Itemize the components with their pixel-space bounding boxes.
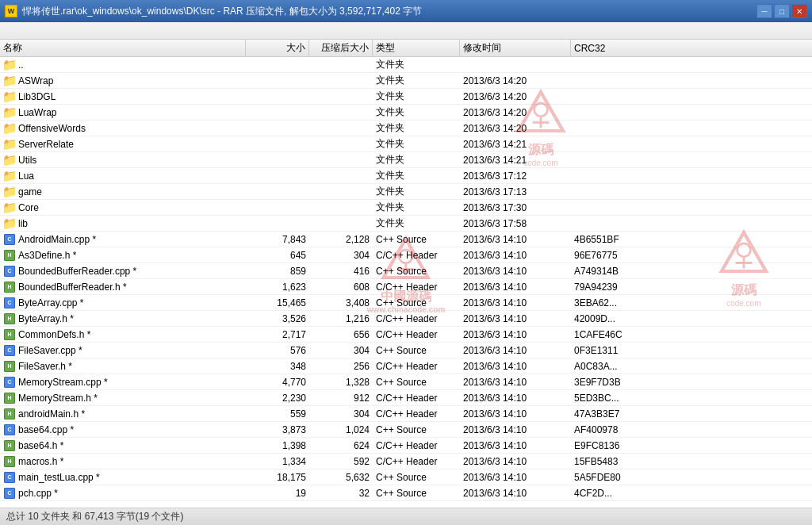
close-button[interactable]: ✕: [791, 4, 807, 18]
col-size-header[interactable]: 大小: [246, 40, 309, 56]
file-size: 2,230: [282, 393, 306, 404]
app-icon: W: [5, 5, 17, 17]
table-row[interactable]: 📁 Lua 文件夹 2013/6/3 17:12: [0, 168, 812, 184]
file-crc-cell: 5ED3BC...: [571, 390, 812, 405]
file-size-cell: 18,175: [246, 469, 309, 485]
table-row[interactable]: H androidMain.h * 559 304 C/C++ Header 2…: [0, 406, 812, 422]
file-crc: 0F3E1311: [574, 345, 618, 356]
file-name-cell: C BoundedBufferReader.cpp *: [0, 263, 246, 278]
table-row[interactable]: C BoundedBufferReader.cpp * 859 416 C++ …: [0, 263, 812, 279]
col-name-header[interactable]: 名称: [0, 40, 246, 56]
file-name: ByteArray.h *: [18, 313, 74, 324]
table-row[interactable]: 📁 ASWrap 文件夹 2013/6/3 14:20: [0, 73, 812, 89]
file-crc-cell: 3E9F7D3B: [571, 374, 812, 389]
main-content: 中國源碼 www.chinacode.com 源碼 code.com 源碼 co…: [0, 40, 812, 508]
file-name-cell: 📁 Core: [0, 200, 246, 215]
file-size: 19: [296, 488, 306, 499]
file-name-cell: C pch.cpp *: [0, 485, 246, 500]
file-name: pch.cpp *: [18, 488, 58, 499]
file-name: LuaWrap: [18, 107, 56, 118]
h-file-icon: H: [3, 360, 16, 373]
table-row[interactable]: 📁 ServerRelate 文件夹 2013/6/3 14:21: [0, 136, 812, 152]
folder-icon: 📁: [3, 122, 16, 135]
table-row[interactable]: H BoundedBufferReader.h * 1,623 608 C/C+…: [0, 279, 812, 295]
file-type-cell: C/C++ Header: [373, 327, 460, 342]
col-modified-header[interactable]: 修改时间: [460, 40, 571, 56]
table-row[interactable]: H FileSaver.h * 348 256 C/C++ Header 201…: [0, 358, 812, 374]
file-crc-cell: [571, 216, 812, 231]
folder-icon: 📁: [3, 106, 16, 119]
cpp-file-icon: C: [3, 297, 16, 309]
table-row[interactable]: C pch.cpp * 19 32 C++ Source 2013/6/3 14…: [0, 485, 812, 501]
file-size-cell: 1,623: [246, 279, 309, 294]
file-size: 576: [290, 345, 306, 356]
table-row[interactable]: H MemoryStream.h * 2,230 912 C/C++ Heade…: [0, 390, 812, 406]
file-type-cell: 文件夹: [373, 105, 460, 120]
table-row[interactable]: C AndroidMain.cpp * 7,843 2,128 C++ Sour…: [0, 232, 812, 247]
file-name-cell: 📁 ServerRelate: [0, 136, 246, 151]
file-type-cell: 文件夹: [373, 136, 460, 151]
table-row[interactable]: 📁 OffensiveWords 文件夹 2013/6/3 14:20: [0, 121, 812, 136]
file-name-cell: 📁 Lib3DGL: [0, 89, 246, 104]
file-type: 文件夹: [376, 74, 404, 87]
file-modified: 2013/6/3 17:12: [463, 171, 527, 182]
file-type: C/C++ Header: [376, 408, 437, 420]
col-crc-header[interactable]: CRC32: [571, 40, 812, 56]
minimize-button[interactable]: ─: [756, 4, 772, 18]
table-row[interactable]: H macros.h * 1,334 592 C/C++ Header 2013…: [0, 454, 812, 469]
file-crc: 15FB5483: [574, 456, 618, 467]
table-row[interactable]: H CommonDefs.h * 2,717 656 C/C++ Header …: [0, 327, 812, 343]
file-name-cell: C ByteArray.cpp *: [0, 295, 246, 310]
file-modified: 2013/6/3 14:20: [463, 107, 527, 118]
file-size: 3,526: [282, 313, 306, 324]
file-size-cell: [246, 168, 309, 183]
table-row[interactable]: H As3Define.h * 645 304 C/C++ Header 201…: [0, 247, 812, 263]
file-type-cell: 文件夹: [373, 57, 460, 72]
file-crc: 47A3B3E7: [574, 408, 619, 420]
file-type-cell: C++ Source: [373, 295, 460, 310]
table-row[interactable]: C ByteArray.cpp * 15,465 3,408 C++ Sourc…: [0, 295, 812, 311]
table-row[interactable]: 📁 LuaWrap 文件夹 2013/6/3 14:20: [0, 105, 812, 121]
table-row[interactable]: C MemoryStream.cpp * 4,770 1,328 C++ Sou…: [0, 374, 812, 390]
file-type-cell: C++ Source: [373, 232, 460, 247]
file-compressed-cell: 1,024: [309, 422, 373, 437]
file-modified-cell: 2013/6/3 17:30: [460, 200, 571, 215]
file-size: 1,623: [282, 282, 306, 293]
table-row[interactable]: C main_testLua.cpp * 18,175 5,632 C++ So…: [0, 469, 812, 485]
folder-icon: 📁: [3, 59, 16, 71]
file-type: C/C++ Header: [376, 329, 437, 340]
table-row[interactable]: C base64.cpp * 3,873 1,024 C++ Source 20…: [0, 422, 812, 438]
file-compressed: 304: [354, 408, 370, 420]
file-crc-cell: 42009D...: [571, 311, 812, 326]
file-size-cell: 1,334: [246, 454, 309, 469]
file-compressed-cell: 1,328: [309, 374, 373, 389]
table-row[interactable]: H base64.h * 1,398 624 C/C++ Header 2013…: [0, 438, 812, 454]
cpp-file-icon: C: [3, 344, 16, 357]
cpp-file-icon: C: [3, 471, 16, 484]
file-name-cell: 📁 game: [0, 184, 246, 199]
table-row[interactable]: 📁 Utils 文件夹 2013/6/3 14:21: [0, 152, 812, 168]
table-row[interactable]: 📁 game 文件夹 2013/6/3 17:13: [0, 184, 812, 200]
maximize-button[interactable]: □: [774, 4, 790, 18]
file-name-cell: C AndroidMain.cpp *: [0, 232, 246, 247]
col-type-header[interactable]: 类型: [373, 40, 460, 56]
file-crc-cell: 3EBA62...: [571, 295, 812, 310]
file-type-cell: C/C++ Header: [373, 454, 460, 469]
file-modified-cell: 2013/6/3 14:10: [460, 406, 571, 421]
table-row[interactable]: 📁 Lib3DGL 文件夹 2013/6/3 14:20: [0, 89, 812, 105]
file-size-cell: [246, 73, 309, 88]
col-compressed-header[interactable]: 压缩后大小: [309, 40, 373, 56]
file-list[interactable]: 📁 .. 文件夹 📁 ASWrap 文件夹: [0, 57, 812, 508]
file-type-cell: C/C++ Header: [373, 279, 460, 294]
file-size-cell: [246, 200, 309, 215]
table-row[interactable]: 📁 lib 文件夹 2013/6/3 17:58: [0, 216, 812, 232]
table-row[interactable]: 📁 Core 文件夹 2013/6/3 17:30: [0, 200, 812, 216]
file-modified: 2013/6/3 14:10: [463, 297, 527, 308]
table-row[interactable]: C FileSaver.cpp * 576 304 C++ Source 201…: [0, 343, 812, 358]
file-compressed-cell: [309, 57, 373, 72]
file-crc-cell: A0C83A...: [571, 358, 812, 374]
table-row[interactable]: H ByteArray.h * 3,526 1,216 C/C++ Header…: [0, 311, 812, 327]
table-row[interactable]: 📁 .. 文件夹: [0, 57, 812, 73]
file-crc: 4B6551BF: [574, 234, 619, 245]
file-compressed: 416: [354, 266, 370, 277]
